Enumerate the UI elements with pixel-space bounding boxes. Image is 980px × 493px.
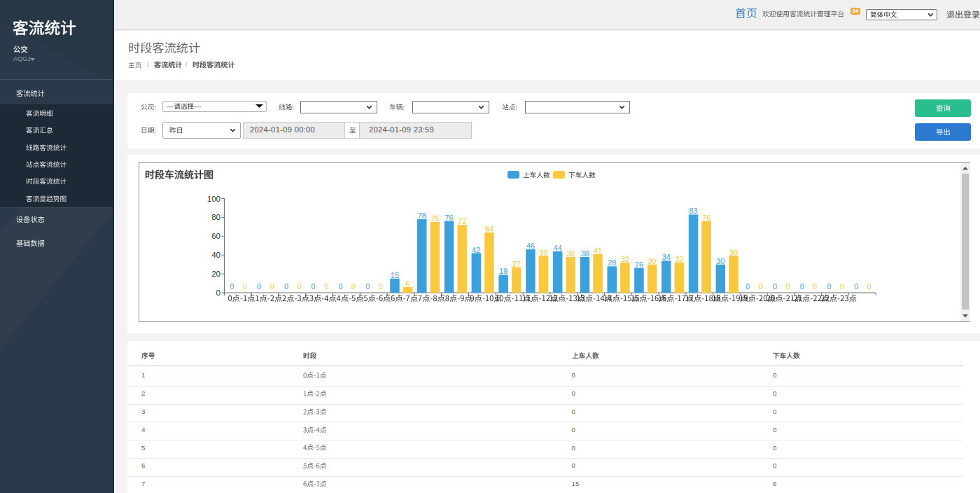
svg-text:0: 0 [813, 282, 817, 291]
svg-text:72: 72 [458, 217, 466, 225]
svg-text:6: 6 [406, 279, 410, 288]
svg-text:78: 78 [418, 211, 426, 220]
svg-text:30: 30 [648, 257, 657, 265]
svg-text:38: 38 [566, 249, 575, 258]
svg-text:83: 83 [690, 207, 698, 215]
svg-text:0: 0 [840, 282, 844, 291]
svg-text:0: 0 [284, 282, 288, 291]
svg-text:0: 0 [243, 282, 247, 291]
svg-text:80: 80 [211, 213, 220, 221]
svg-text:27: 27 [512, 260, 521, 268]
svg-text:46: 46 [526, 242, 535, 250]
svg-text:0: 0 [257, 282, 261, 291]
svg-text:39: 39 [539, 249, 547, 257]
svg-text:32: 32 [675, 255, 683, 263]
svg-text:19: 19 [499, 267, 507, 275]
svg-text:41: 41 [594, 246, 602, 255]
svg-text:75: 75 [430, 214, 439, 223]
svg-text:60: 60 [211, 232, 220, 240]
svg-text:44: 44 [554, 244, 562, 252]
svg-text:0: 0 [351, 282, 356, 291]
svg-text:38: 38 [580, 249, 589, 258]
svg-text:0: 0 [854, 282, 858, 291]
svg-text:0: 0 [312, 282, 316, 291]
svg-text:100: 100 [207, 195, 220, 203]
svg-text:0: 0 [297, 282, 301, 291]
svg-text:0: 0 [379, 282, 383, 291]
svg-text:30: 30 [716, 257, 724, 265]
svg-text:42: 42 [472, 246, 480, 254]
svg-text:20: 20 [211, 270, 220, 278]
svg-text:0: 0 [230, 282, 234, 291]
svg-text:15: 15 [391, 271, 399, 279]
svg-text:32: 32 [621, 255, 629, 263]
svg-text:0: 0 [746, 282, 750, 291]
svg-text:64: 64 [485, 225, 493, 233]
svg-text:0: 0 [827, 282, 831, 291]
svg-text:0: 0 [785, 282, 790, 291]
svg-text:40: 40 [211, 251, 220, 259]
svg-text:0: 0 [867, 282, 872, 291]
svg-text:0: 0 [338, 282, 342, 291]
svg-text:0: 0 [324, 282, 328, 291]
svg-text:28: 28 [608, 258, 616, 267]
svg-text:0: 0 [800, 282, 804, 291]
svg-text:76: 76 [444, 214, 453, 222]
svg-text:34: 34 [662, 253, 671, 261]
svg-text:26: 26 [635, 261, 643, 269]
svg-text:0: 0 [365, 282, 370, 291]
svg-text:0: 0 [759, 282, 763, 291]
svg-text:0: 0 [270, 282, 274, 291]
svg-text:0: 0 [216, 289, 220, 297]
svg-text:39: 39 [729, 249, 738, 257]
svg-text:76: 76 [702, 214, 710, 222]
svg-text:0: 0 [773, 282, 777, 291]
